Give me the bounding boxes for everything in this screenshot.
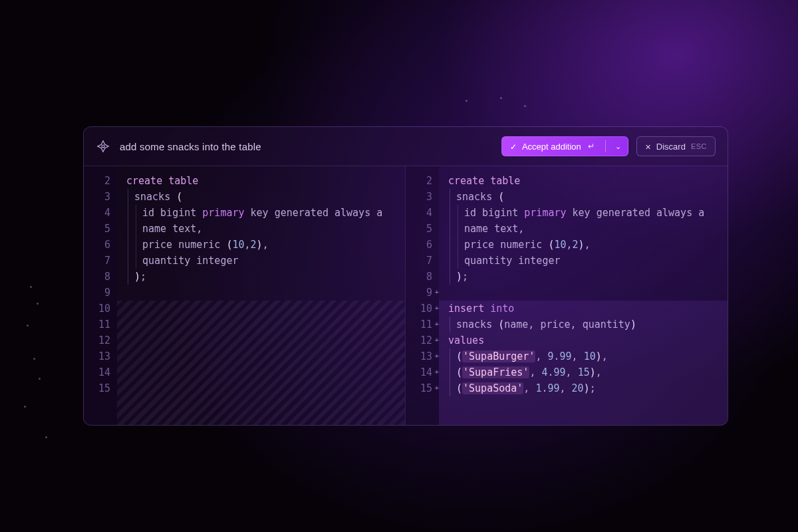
line-number: 12 — [406, 332, 432, 348]
code-line[interactable] — [126, 317, 405, 332]
line-number: 7 — [84, 253, 110, 269]
line-number: 10 — [406, 301, 432, 317]
line-number: 14 — [406, 364, 432, 380]
line-number: 8 — [406, 269, 432, 285]
line-gutter-left: 23456789101112131415 — [84, 166, 117, 425]
code-line[interactable]: ); — [126, 269, 405, 285]
line-number: 5 — [84, 221, 110, 237]
code-line[interactable] — [126, 348, 405, 364]
diff-view: 23456789101112131415 create tablesnacks … — [84, 166, 728, 425]
line-number: 5 — [406, 221, 432, 237]
code-line[interactable]: price numeric (10,2), — [126, 237, 405, 253]
line-number: 9 — [406, 285, 432, 301]
diff-pane-original[interactable]: 23456789101112131415 create tablesnacks … — [84, 166, 406, 425]
line-gutter-right: 23456789101112131415 — [406, 166, 439, 425]
code-line[interactable]: ('SupaBurger', 9.99, 10), — [448, 348, 728, 364]
code-line[interactable]: ); — [448, 269, 728, 285]
discard-kbd: ESC — [691, 142, 707, 150]
line-number: 15 — [84, 380, 110, 396]
prompt-input[interactable]: add some snacks into the table — [120, 141, 492, 152]
code-line[interactable]: name text, — [448, 221, 728, 237]
action-buttons: Accept addition ↵ ⌄ Discard ESC — [501, 136, 716, 156]
line-number: 6 — [406, 237, 432, 253]
code-line[interactable]: snacks ( — [126, 189, 405, 205]
svg-point-0 — [102, 145, 104, 148]
accept-divider — [605, 140, 606, 152]
code-line[interactable]: insert into — [448, 301, 728, 317]
ai-sparkle-icon — [96, 139, 110, 154]
line-number: 4 — [84, 205, 110, 221]
line-number: 2 — [406, 173, 432, 189]
code-line[interactable]: id bigint primary key generated always a — [126, 205, 405, 221]
code-line[interactable] — [126, 364, 405, 380]
check-icon — [510, 142, 517, 152]
code-line[interactable]: snacks ( — [448, 189, 728, 205]
ai-diff-panel: add some snacks into the table Accept ad… — [83, 126, 728, 426]
diff-pane-modified[interactable]: 23456789101112131415 create tablesnacks … — [406, 166, 728, 425]
accept-kbd: ↵ — [588, 142, 595, 151]
code-line[interactable]: ('SupaFries', 4.99, 15), — [448, 364, 728, 380]
close-icon — [645, 142, 651, 152]
code-line[interactable] — [448, 285, 728, 301]
line-number: 8 — [84, 269, 110, 285]
code-line[interactable]: name text, — [126, 221, 405, 237]
line-number: 7 — [406, 253, 432, 269]
line-number: 11 — [406, 317, 432, 332]
code-modified[interactable]: create tablesnacks (id bigint primary ke… — [439, 166, 728, 425]
code-line[interactable]: values — [448, 332, 728, 348]
code-line[interactable] — [126, 380, 405, 396]
code-line[interactable] — [126, 332, 405, 348]
line-number: 2 — [84, 173, 110, 189]
line-number: 6 — [84, 237, 110, 253]
line-number: 4 — [406, 205, 432, 221]
line-number: 11 — [84, 317, 110, 332]
code-original[interactable]: create tablesnacks (id bigint primary ke… — [117, 166, 405, 425]
accept-button[interactable]: Accept addition ↵ ⌄ — [501, 136, 628, 156]
line-number: 3 — [406, 189, 432, 205]
line-number: 12 — [84, 332, 110, 348]
code-line[interactable] — [126, 301, 405, 317]
code-line[interactable]: price numeric (10,2), — [448, 237, 728, 253]
accept-label: Accept addition — [522, 142, 581, 152]
code-line[interactable]: quantity integer — [448, 253, 728, 269]
code-line[interactable] — [126, 285, 405, 301]
prompt-bar: add some snacks into the table Accept ad… — [84, 127, 728, 166]
line-number: 14 — [84, 364, 110, 380]
chevron-down-icon[interactable]: ⌄ — [615, 142, 621, 151]
code-line[interactable]: id bigint primary key generated always a — [448, 205, 728, 221]
discard-label: Discard — [656, 142, 686, 152]
line-number: 3 — [84, 189, 110, 205]
code-line[interactable]: quantity integer — [126, 253, 405, 269]
line-number: 10 — [84, 301, 110, 317]
line-number: 9 — [84, 285, 110, 301]
code-line[interactable]: create table — [448, 173, 728, 189]
line-number: 15 — [406, 380, 432, 396]
code-line[interactable]: snacks (name, price, quantity) — [448, 317, 728, 332]
line-number: 13 — [84, 348, 110, 364]
code-line[interactable]: create table — [126, 173, 405, 189]
line-number: 13 — [406, 348, 432, 364]
code-line[interactable]: ('SupaSoda', 1.99, 20); — [448, 380, 728, 396]
discard-button[interactable]: Discard ESC — [636, 136, 716, 156]
